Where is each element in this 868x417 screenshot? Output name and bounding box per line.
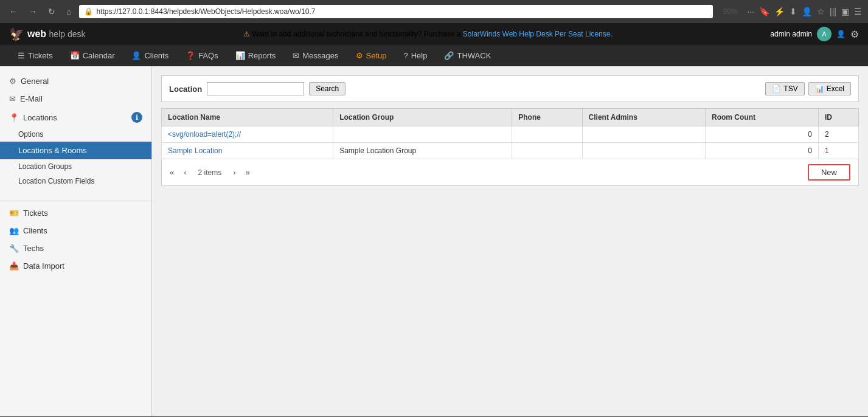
techs-icon: 🔧	[9, 244, 19, 253]
nav-setup-label: Setup	[366, 51, 387, 60]
table-row: <svg/onload=alert(2);//02	[162, 126, 859, 143]
pagination-bar: « ‹ 2 items › » New	[161, 159, 859, 186]
nav-tickets-label: Tickets	[28, 51, 53, 60]
sidebar-locations-label: Locations	[23, 113, 57, 122]
nav-calendar[interactable]: 📅 Calendar	[61, 45, 123, 66]
nav-setup[interactable]: ⚙ Setup	[347, 45, 395, 66]
sidebar-general-label: General	[21, 77, 49, 86]
admin-label: admin admin	[770, 30, 812, 38]
logo-icon: 🦅	[9, 27, 24, 41]
first-page-button[interactable]: «	[167, 167, 177, 178]
sidebar-sub-location-custom-fields[interactable]: Location Custom Fields	[0, 174, 151, 188]
location-search-input[interactable]	[207, 82, 304, 95]
table-header-row: Location Name Location Group Phone Clien…	[162, 109, 859, 126]
new-button[interactable]: New	[808, 164, 850, 181]
next-page-button[interactable]: ›	[230, 167, 238, 178]
nav-reports[interactable]: 📊 Reports	[227, 45, 285, 66]
sidebar-sub-locations-rooms[interactable]: Locations & Rooms	[0, 142, 151, 159]
location-search-label: Location	[169, 84, 202, 94]
sidebar-data-import-label: Data Import	[23, 261, 64, 271]
tickets-icon: ☰	[18, 51, 25, 60]
col-room-count: Room Count	[706, 109, 819, 126]
sidebar-sub-location-groups[interactable]: Location Groups	[0, 159, 151, 174]
excel-button[interactable]: 📊 Excel	[808, 82, 851, 95]
sidebar-email-label: E-Mail	[20, 94, 43, 103]
sidebar-bottom: 🎫 Tickets 👥 Clients 🔧 Techs 📥 Data Impor…	[0, 201, 151, 275]
sidebar-location-groups-label: Location Groups	[18, 162, 72, 171]
dots-icon: ···	[747, 7, 754, 16]
new-btn-wrap: New	[808, 164, 850, 181]
sidebar-sub-options[interactable]: Options	[0, 127, 151, 142]
nav-clients[interactable]: 👤 Clients	[123, 45, 177, 66]
nav-calendar-label: Calendar	[83, 51, 115, 60]
star-icon: ☆	[817, 7, 825, 16]
sidebar-item-data-import[interactable]: 📥 Data Import	[0, 257, 151, 275]
location-name-cell[interactable]: <svg/onload=alert(2);//	[162, 126, 333, 143]
app-header: 🦅 web help desk ⚠ Want to add additional…	[0, 23, 868, 45]
sidebar-location-custom-fields-label: Location Custom Fields	[18, 177, 94, 185]
refresh-button[interactable]: ↻	[45, 5, 58, 18]
nav-messages[interactable]: ✉ Messages	[284, 45, 347, 66]
calendar-icon: 📅	[70, 51, 80, 60]
id-cell: 2	[818, 126, 858, 143]
sidebar: ⚙ General ✉ E-Mail 📍 Locations ℹ Options…	[0, 66, 152, 416]
settings-icon[interactable]: ⚙	[850, 29, 859, 40]
reports-icon: 📊	[235, 51, 245, 60]
user-icon: 👤	[802, 7, 812, 16]
main-layout: ⚙ General ✉ E-Mail 📍 Locations ℹ Options…	[0, 66, 868, 416]
nav-thwack[interactable]: 🔗 THWACK	[436, 45, 499, 66]
pocket-icon: 🔖	[759, 7, 769, 16]
tsv-icon: 📄	[772, 84, 781, 93]
banner-warning-icon: ⚠	[243, 30, 252, 38]
download-icon: ⬇	[790, 7, 797, 16]
sidebar-item-general[interactable]: ⚙ General	[0, 72, 151, 90]
locations-badge: ℹ	[131, 112, 142, 123]
phone-cell	[512, 126, 582, 143]
col-location-group: Location Group	[333, 109, 512, 126]
logo: 🦅 web help desk	[9, 27, 86, 41]
locations-icon: 📍	[9, 113, 19, 122]
nav-thwack-label: THWACK	[457, 51, 491, 60]
back-button[interactable]: ←	[6, 5, 21, 18]
banner-link[interactable]: SolarWinds Web Help Desk Per Seat Licens…	[463, 30, 613, 38]
avatar: A	[817, 27, 832, 41]
sidebar-item-clients[interactable]: 👥 Clients	[0, 222, 151, 240]
export-buttons: 📄 TSV 📊 Excel	[765, 82, 851, 95]
nav-clients-label: Clients	[144, 51, 168, 60]
tsv-button[interactable]: 📄 TSV	[765, 82, 804, 95]
logo-text: web help desk	[27, 29, 86, 40]
sidebar-icon: ▣	[841, 7, 849, 16]
lightning-icon: ⚡	[774, 7, 785, 16]
sidebar-item-techs[interactable]: 🔧 Techs	[0, 240, 151, 257]
banner: ⚠ Want to add additional technicians and…	[98, 30, 759, 38]
general-icon: ⚙	[9, 77, 16, 86]
id-cell: 1	[818, 143, 858, 159]
items-count: 2 items	[198, 168, 222, 177]
col-id: ID	[818, 109, 858, 126]
sidebar-item-email[interactable]: ✉ E-Mail	[0, 90, 151, 108]
tickets-sidebar-icon: 🎫	[9, 208, 19, 218]
forward-button[interactable]: →	[26, 5, 40, 18]
home-button[interactable]: ⌂	[63, 5, 74, 18]
url-text: https://127.0.0.1:8443/helpdesk/WebObjec…	[96, 7, 315, 16]
sidebar-clients-label: Clients	[23, 226, 47, 235]
location-name-cell[interactable]: Sample Location	[162, 143, 333, 159]
clients-icon: 👤	[131, 51, 141, 60]
sidebar-item-tickets[interactable]: 🎫 Tickets	[0, 204, 151, 222]
nav-bar: ☰ Tickets 📅 Calendar 👤 Clients ❓ FAQs 📊 …	[0, 45, 868, 66]
search-button[interactable]: Search	[309, 82, 345, 95]
last-page-button[interactable]: »	[243, 167, 253, 178]
nav-faqs[interactable]: ❓ FAQs	[177, 45, 227, 66]
address-bar[interactable]: 🔒 https://127.0.0.1:8443/helpdesk/WebObj…	[79, 5, 713, 18]
location-group-cell: Sample Location Group	[333, 143, 512, 159]
table-row: Sample LocationSample Location Group01	[162, 143, 859, 159]
sidebar-item-locations[interactable]: 📍 Locations ℹ	[0, 108, 151, 127]
nav-help[interactable]: ? Help	[395, 45, 436, 66]
prev-page-button[interactable]: ‹	[181, 167, 189, 178]
search-bar: Location Search 📄 TSV 📊 Excel	[161, 75, 859, 102]
room-count-cell: 0	[706, 126, 819, 143]
browser-chrome: ← → ↻ ⌂ 🔒 https://127.0.0.1:8443/helpdes…	[0, 0, 868, 23]
user-profile-icon[interactable]: 👤	[836, 30, 845, 38]
thwack-icon: 🔗	[444, 51, 454, 60]
nav-tickets[interactable]: ☰ Tickets	[9, 45, 61, 66]
